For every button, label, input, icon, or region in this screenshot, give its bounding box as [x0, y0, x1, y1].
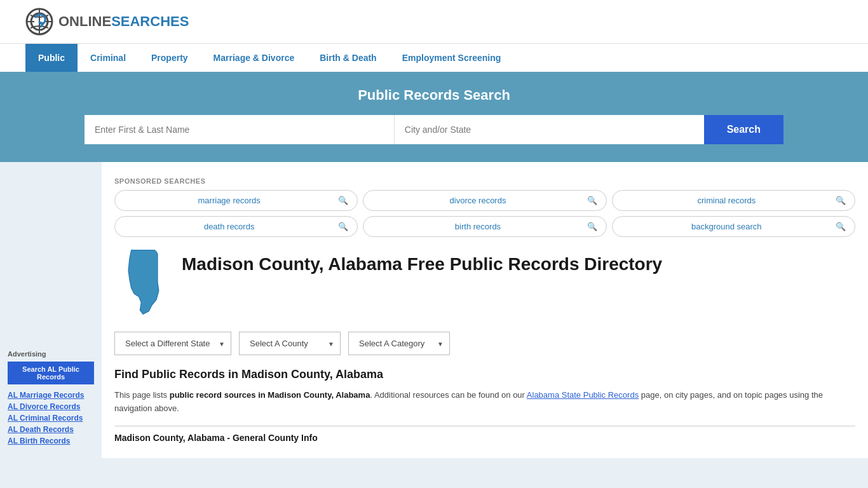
- nav-public[interactable]: Public: [25, 44, 78, 72]
- pill-divorce[interactable]: divorce records 🔍: [363, 190, 606, 211]
- logo-wordmark: ONLINESEARCHES: [58, 13, 189, 30]
- sidebar-link-criminal[interactable]: AL Criminal Records: [8, 414, 94, 423]
- pill-divorce-text: divorce records: [372, 196, 583, 205]
- nav-birth-death[interactable]: Birth & Death: [307, 44, 389, 72]
- list-item: AL Death Records: [8, 425, 94, 434]
- dropdowns: Select a Different State Select A County…: [114, 332, 855, 355]
- nav-employment[interactable]: Employment Screening: [390, 44, 514, 72]
- search-icon: 🔍: [587, 222, 597, 231]
- state-dropdown[interactable]: Select a Different State: [114, 332, 231, 355]
- sidebar-links: AL Marriage Records AL Divorce Records A…: [8, 391, 94, 445]
- pill-birth-text: birth records: [372, 222, 583, 231]
- pill-background-text: background search: [621, 222, 832, 231]
- state-map: [114, 247, 172, 319]
- pill-death[interactable]: death records 🔍: [114, 216, 358, 237]
- desc-part2: . Additional resources can be found on o…: [370, 390, 526, 400]
- pill-background[interactable]: background search 🔍: [612, 216, 855, 237]
- sponsored-section: SPONSORED SEARCHES marriage records 🔍 di…: [114, 171, 855, 237]
- pill-marriage-text: marriage records: [124, 196, 334, 205]
- county-dropdown[interactable]: Select A County: [239, 332, 341, 355]
- alabama-records-link[interactable]: Alabama State Public Records: [527, 390, 639, 400]
- search-icon: 🔍: [587, 196, 597, 205]
- main-content: SPONSORED SEARCHES marriage records 🔍 di…: [102, 162, 868, 458]
- search-form: Search: [85, 115, 783, 144]
- description-text: This page lists public record sources in…: [114, 389, 855, 416]
- location-input[interactable]: [395, 115, 704, 144]
- list-item: AL Divorce Records: [8, 402, 94, 411]
- page-title: Madison County, Alabama Free Public Reco…: [182, 247, 662, 275]
- logo-online-text: ONLINE: [58, 13, 111, 29]
- section-title: Madison County, Alabama - General County…: [114, 433, 318, 443]
- logo-icon: [25, 8, 53, 36]
- pill-criminal-text: criminal records: [621, 196, 832, 205]
- pill-criminal[interactable]: criminal records 🔍: [612, 190, 855, 211]
- site-header: ONLINESEARCHES: [0, 0, 868, 43]
- search-icon: 🔍: [338, 196, 348, 205]
- search-icon: 🔍: [836, 196, 846, 205]
- pill-marriage[interactable]: marriage records 🔍: [114, 190, 358, 211]
- main-nav: Public Criminal Property Marriage & Divo…: [0, 43, 868, 72]
- list-item: AL Birth Records: [8, 437, 94, 445]
- nav-criminal[interactable]: Criminal: [78, 44, 139, 72]
- page-header: Madison County, Alabama Free Public Reco…: [114, 247, 855, 319]
- desc-part1: This page lists: [114, 390, 170, 400]
- sidebar-link-marriage[interactable]: AL Marriage Records: [8, 391, 94, 400]
- sidebar-link-death[interactable]: AL Death Records: [8, 425, 94, 434]
- sidebar-ad-button[interactable]: Search AL Public Records: [8, 362, 94, 384]
- banner-title: Public Records Search: [25, 87, 843, 104]
- search-banner: Public Records Search Search: [0, 72, 868, 162]
- search-pills: marriage records 🔍 divorce records 🔍 cri…: [114, 190, 855, 237]
- nav-marriage-divorce[interactable]: Marriage & Divorce: [201, 44, 308, 72]
- logo-searches-text: SEARCHES: [111, 13, 189, 29]
- category-dropdown-wrapper: Select A Category: [348, 332, 450, 355]
- sidebar-ad-label: Advertising: [8, 350, 94, 358]
- pill-death-text: death records: [124, 222, 334, 231]
- sidebar-link-divorce[interactable]: AL Divorce Records: [8, 402, 94, 411]
- pill-birth[interactable]: birth records 🔍: [363, 216, 606, 237]
- section-divider: Madison County, Alabama - General County…: [114, 426, 855, 443]
- sidebar-link-birth[interactable]: AL Birth Records: [8, 437, 94, 445]
- category-dropdown[interactable]: Select A Category: [348, 332, 450, 355]
- sponsored-label: SPONSORED SEARCHES: [114, 177, 855, 185]
- list-item: AL Marriage Records: [8, 391, 94, 400]
- search-icon: 🔍: [836, 222, 846, 231]
- state-dropdown-wrapper: Select a Different State: [114, 332, 231, 355]
- desc-bold: public record sources in Madison County,…: [170, 390, 370, 400]
- name-input[interactable]: [85, 115, 395, 144]
- search-button[interactable]: Search: [704, 115, 783, 144]
- sidebar: Advertising Search AL Public Records AL …: [0, 162, 102, 458]
- main-layout: Advertising Search AL Public Records AL …: [0, 162, 868, 458]
- search-icon: 🔍: [338, 222, 348, 231]
- find-records-heading: Find Public Records in Madison County, A…: [114, 368, 855, 381]
- alabama-map-icon: [114, 247, 172, 317]
- county-dropdown-wrapper: Select A County: [239, 332, 341, 355]
- nav-property[interactable]: Property: [139, 44, 201, 72]
- list-item: AL Criminal Records: [8, 414, 94, 423]
- logo[interactable]: ONLINESEARCHES: [25, 8, 189, 36]
